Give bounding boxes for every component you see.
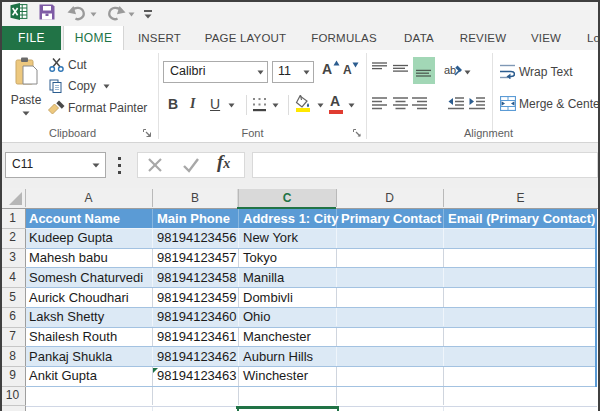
svg-text:ab: ab xyxy=(444,64,456,76)
